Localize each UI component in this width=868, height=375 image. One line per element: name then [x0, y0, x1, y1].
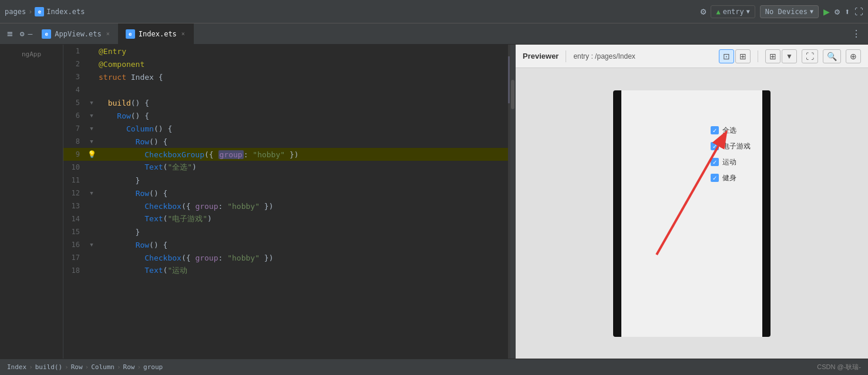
previewer: Previewer entry : /pages/Index ⊡ ⊞ ⊞ ▼ ⛶…: [516, 45, 868, 359]
preview-expand-btn[interactable]: ⛶: [802, 49, 818, 63]
tab-index-close[interactable]: ×: [180, 29, 186, 38]
tab-minus-icon[interactable]: —: [28, 29, 32, 38]
gutter-9: 💡: [87, 150, 96, 158]
preview-zoom-out-btn[interactable]: 🔍: [823, 49, 841, 63]
checkbox-jianshen[interactable]: [711, 174, 719, 182]
entry-chevron: ▼: [746, 8, 750, 15]
checkbox-label-2: 电子游戏: [722, 141, 751, 151]
breadcrumb: pages › e Index.ets: [5, 7, 85, 16]
status-row2[interactable]: Row: [123, 363, 135, 371]
previewer-title: Previewer: [523, 52, 559, 60]
checkbox-row-2: 电子游戏: [711, 141, 751, 151]
code-editor[interactable]: 1 @Entry ✓ 2 @Component 3 struct Index {…: [63, 45, 516, 359]
svg-line-1: [657, 146, 718, 255]
line-content-2: @Component: [96, 60, 515, 69]
status-right-label: CSDN @-耿瑞-: [817, 363, 861, 371]
expand-button[interactable]: ⛶: [854, 6, 863, 17]
build-button[interactable]: ⚙: [835, 6, 840, 17]
line-num-13: 13: [63, 202, 87, 210]
checkbox-dianzi[interactable]: [711, 142, 719, 150]
line-content-18: Text("运动: [96, 265, 515, 276]
fold-6[interactable]: ▼: [90, 113, 93, 119]
divider: [566, 50, 566, 62]
lightbulb-icon[interactable]: 💡: [88, 150, 96, 158]
top-toolbar: pages › e Index.ets ⚙ ▲ entry ▼ No Devic…: [0, 0, 868, 23]
code-line-4: 4: [63, 83, 515, 96]
code-line-7: 7 ▼ Column() {: [63, 122, 515, 135]
fold-12[interactable]: ▼: [90, 190, 93, 196]
previewer-path: entry : /pages/Index: [573, 52, 714, 60]
devices-chevron: ▼: [810, 8, 813, 15]
line-num-4: 4: [63, 86, 87, 94]
top-bar-right: ⚙ ▲ entry ▼ No Devices ▼ ▶ ⚙ ⬆ ⛶: [701, 5, 863, 18]
device-selector[interactable]: No Devices ▼: [760, 5, 819, 18]
sidebar-toggle[interactable]: ≡: [2, 28, 18, 39]
scrollbar[interactable]: [510, 45, 515, 359]
line-num-17: 17: [63, 254, 87, 262]
phone-right-border: [762, 90, 771, 337]
code-line-10: 10 Text("全选"): [63, 161, 515, 174]
entry-button[interactable]: ▲ entry ▼: [711, 5, 755, 18]
tab-index[interactable]: e Index.ets ×: [119, 23, 194, 45]
line-content-3: struct Index {: [96, 73, 515, 82]
line-num-8: 8: [63, 137, 87, 146]
preview-icon-group: ⊡ ⊞: [719, 49, 751, 63]
fold-5[interactable]: ▼: [90, 100, 93, 106]
file-icon: e: [35, 7, 44, 16]
code-line-9: 9 💡 CheckboxGroup({ group: "hobby" }): [63, 148, 515, 161]
tab-appview-close[interactable]: ×: [105, 29, 111, 38]
divider2: [758, 50, 758, 62]
status-build[interactable]: build(): [35, 363, 62, 371]
tab-more-button[interactable]: ⋮: [847, 28, 866, 39]
code-line-15: 15 }: [63, 225, 515, 238]
line-num-2: 2: [63, 60, 87, 68]
code-line-12: 12 ▼ Row() {: [63, 187, 515, 200]
tab-settings-icon[interactable]: ⚙: [20, 29, 25, 38]
status-group[interactable]: group: [143, 363, 163, 371]
gutter-16: ▼: [87, 242, 96, 248]
editor-sidebar: ngApp: [0, 45, 63, 359]
preview-screen-btn[interactable]: ⊡: [719, 49, 734, 63]
status-row[interactable]: Row: [71, 363, 83, 371]
preview-chevron-btn[interactable]: ▼: [782, 49, 797, 63]
gutter-8: ▼: [87, 138, 96, 144]
run-button[interactable]: ▶: [823, 5, 830, 18]
code-line-18: 18 Text("运动: [63, 264, 515, 277]
line-num-18: 18: [63, 266, 87, 275]
status-column[interactable]: Column: [91, 363, 115, 371]
checkbox-row-1: 全选: [711, 126, 751, 136]
tab-appview[interactable]: e AppView.ets ×: [35, 23, 119, 45]
code-line-13: 13 Checkbox({ group: "hobby" }): [63, 200, 515, 212]
line-content-7: Column() {: [96, 124, 515, 133]
line-content-14: Text("电子游戏"): [96, 214, 515, 224]
line-content-6: Row() {: [96, 112, 515, 120]
code-line-3: 3 struct Index {: [63, 70, 515, 83]
checkbox-label-4: 健身: [722, 173, 736, 183]
preview-grid-btn[interactable]: ⊞: [765, 49, 780, 63]
checkbox-yundong[interactable]: [711, 158, 719, 166]
entry-label: entry: [723, 8, 744, 16]
line-num-7: 7: [63, 124, 87, 133]
fold-16[interactable]: ▼: [90, 242, 93, 248]
settings-icon[interactable]: ⚙: [701, 6, 706, 17]
breadcrumb-pages[interactable]: pages: [5, 8, 26, 16]
status-sep-5: ›: [137, 363, 141, 371]
code-line-1: 1 @Entry ✓: [63, 45, 515, 58]
fold-8[interactable]: ▼: [90, 138, 93, 144]
cloud-button[interactable]: ⬆: [845, 6, 850, 17]
tab-appview-icon: e: [42, 29, 51, 39]
minimap: [508, 45, 510, 359]
preview-zoom-in-btn[interactable]: ⊕: [846, 49, 861, 63]
status-bar: Index › build() › Row › Column › Row › g…: [0, 359, 868, 375]
scrollbar-thumb[interactable]: [511, 80, 514, 109]
breadcrumb-file[interactable]: Index.ets: [46, 8, 85, 16]
checkbox-quanxuan[interactable]: [711, 126, 719, 134]
phone-left-border: [613, 90, 621, 337]
fold-7[interactable]: ▼: [90, 126, 93, 131]
preview-layers-btn[interactable]: ⊞: [735, 49, 751, 63]
status-index[interactable]: Index: [7, 363, 26, 371]
status-sep-4: ›: [117, 363, 121, 371]
code-line-14: 14 Text("电子游戏"): [63, 212, 515, 225]
line-num-11: 11: [63, 176, 87, 184]
gutter-6: ▼: [87, 113, 96, 119]
